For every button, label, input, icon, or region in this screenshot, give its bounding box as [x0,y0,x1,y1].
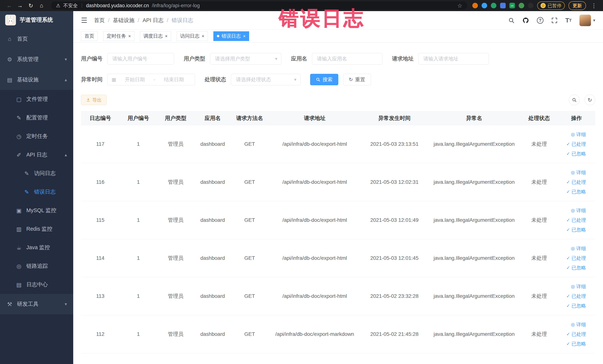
mark-ignored-link[interactable]: ✓已忽略 [557,149,586,159]
sidebar-item-file-manage[interactable]: ▢ 文件管理 [0,90,73,108]
detail-link[interactable]: ◎详细 [557,244,586,253]
search-icon[interactable] [508,17,515,23]
sidebar-item-cron-job[interactable]: ◷ 定时任务 [0,127,73,146]
sidebar-item-infra[interactable]: ▤ 基础设施 ▴ [0,70,73,90]
mark-ignored-link[interactable]: ✓已忽略 [557,263,586,273]
fullscreen-icon[interactable] [551,17,557,23]
help-icon[interactable]: ? [537,17,544,24]
eye-icon: ◎ [571,168,575,177]
close-icon[interactable]: × [202,34,204,38]
sidebar-item-label: 文件管理 [26,95,48,103]
tab-home[interactable]: 首页 [81,31,98,41]
cell-app-name: dashboard [194,277,231,315]
export-button[interactable]: 导出 [81,95,107,105]
mark-processed-link[interactable]: ✓已处理 [557,215,586,225]
detail-link[interactable]: ◎详细 [557,320,586,329]
breadcrumb-api-log[interactable]: API 日志 [142,17,163,24]
mark-processed-link[interactable]: ✓已处理 [557,177,586,187]
url-path[interactable]: /infra/log/api-error-log [152,3,200,9]
browser-home-icon[interactable]: ⌂ [37,2,46,9]
tab-error-log[interactable]: 错误日志 × [213,31,249,41]
extension-icon-2[interactable] [482,3,487,8]
date-range-picker[interactable]: ▦ 开始日期 - 结束日期 [107,74,195,85]
sidebar-item-access-log[interactable]: ✎ 访问日志 [0,164,73,183]
browser-update-button[interactable]: 更新 [568,1,586,10]
tab-schedule-log[interactable]: 调度日志 × [140,31,171,41]
close-icon[interactable]: × [165,34,168,38]
hamburger-icon[interactable]: ☰ [81,16,87,24]
back-icon[interactable]: ← [5,2,14,9]
mark-processed-link[interactable]: ✓已处理 [557,329,586,339]
app-name-input[interactable] [312,53,383,65]
sidebar-item-tracing[interactable]: ◎ 链路追踪 [0,257,73,275]
check-icon: ✓ [566,178,570,187]
paused-extension-badge[interactable]: ☺ 已暂停 [537,1,565,10]
detail-link[interactable]: ◎详细 [557,282,586,291]
date-start-placeholder[interactable]: 开始日期 [118,76,152,83]
tab-cron-job[interactable]: 定时任务 × [103,31,134,41]
user-type-select[interactable] [210,53,281,65]
close-icon[interactable]: × [128,34,131,38]
content: 用户编号 用户类型 ▾ 应用名 请求地址 异常时间 [73,43,603,353]
search-button[interactable]: 搜索 [310,74,338,85]
sidebar-item-java-monitor[interactable]: ☕ Java 监控 [0,238,73,257]
sidebar-item-system[interactable]: ⚙ 系统管理 ▾ [0,49,73,70]
extension-icon-leaf[interactable] [519,3,524,8]
header-actions: ? TT ▾ [508,15,595,26]
mark-ignored-link[interactable]: ✓已忽略 [557,225,586,235]
security-label[interactable]: 不安全 [63,2,78,9]
breadcrumb-home[interactable]: 首页 [94,17,105,24]
reload-icon[interactable]: ↻ [26,2,35,9]
toggle-search-button[interactable] [569,94,580,105]
col-method: 请求方法名 [231,111,268,125]
forward-icon[interactable]: → [16,2,24,9]
font-size-icon[interactable]: TT [565,17,572,24]
sidebar-item-error-log[interactable]: ✎ 错误日志 [0,183,73,201]
reset-button[interactable]: ↻ 重置 [343,74,371,85]
extension-icon-paw[interactable] [528,3,533,8]
sidebar-item-mysql-monitor[interactable]: ▣ MySQL 监控 [0,201,73,220]
user-id-input[interactable] [107,53,174,65]
cell-actions: ◎详细 ✓已处理 ✓已忽略 [557,277,595,315]
sidebar-item-config-manage[interactable]: ✎ 配置管理 [0,108,73,127]
mark-processed-link[interactable]: ✓已处理 [557,253,586,263]
sidebar-item-redis-monitor[interactable]: ▥ Redis 监控 [0,220,73,238]
mark-processed-link[interactable]: ✓已处理 [557,291,586,301]
process-status-select[interactable] [231,74,301,85]
mark-processed-link[interactable]: ✓已处理 [557,139,586,149]
refresh-table-button[interactable]: ↻ [584,94,595,105]
url-host[interactable]: dashboard.yudao.iocoder.cn [86,3,149,9]
github-icon[interactable] [522,17,529,24]
filter-label: 用户类型 [184,55,205,62]
tab-access-log[interactable]: 访问日志 × [177,31,208,41]
cell-exception-time: 2021-05-02 21:45:28 [361,315,428,353]
table-row: 116 1 管理员 dashboard GET /api/infra/db-do… [81,163,595,201]
browser-menu-icon[interactable]: ⋮ [590,2,598,9]
mark-ignored-link[interactable]: ✓已忽略 [557,339,586,349]
close-icon[interactable]: × [243,34,246,38]
mark-ignored-link[interactable]: ✓已忽略 [557,187,586,197]
avatar[interactable] [580,15,591,26]
sidebar-item-log-center[interactable]: ▤ 日志中心 [0,275,73,294]
detail-link[interactable]: ◎详细 [557,130,586,139]
tags-view: 首页 定时任务 × 调度日志 × 访问日志 × 错误日志 × [73,30,603,43]
sidebar-item-home[interactable]: ⌂ 首页 [0,29,73,49]
extension-icon-on[interactable]: on [509,3,515,8]
detail-link[interactable]: ◎详细 [557,206,586,215]
sidebar-item-api-log[interactable]: ✐ API 日志 ▴ [0,146,73,164]
cell-user-id: 1 [120,163,157,201]
address-bar[interactable]: ⚠ 不安全 dashboard.yudao.iocoder.cn/infra/l… [51,1,467,10]
date-end-placeholder[interactable]: 结束日期 [157,76,191,83]
extension-icon-4[interactable] [500,3,506,8]
breadcrumb-infra[interactable]: 基础设施 [113,17,134,24]
extension-icon-3[interactable] [491,3,496,8]
user-menu[interactable]: ▾ [580,15,595,26]
extension-icon-1[interactable] [472,3,478,8]
detail-link[interactable]: ◎详细 [557,168,586,177]
request-url-input[interactable] [418,53,489,65]
mark-ignored-link[interactable]: ✓已忽略 [557,301,586,311]
logo[interactable]: 芋道管理系统 [0,11,73,29]
sidebar-item-dev-tools[interactable]: ⚒ 研发工具 ▾ [0,294,73,314]
bookmark-star-icon[interactable]: ☆ [457,2,462,9]
sidebar: 芋道管理系统 ⌂ 首页 ⚙ 系统管理 ▾ ▤ 基础设施 ▴ ▢ 文件管理 ✎ 配… [0,11,73,364]
